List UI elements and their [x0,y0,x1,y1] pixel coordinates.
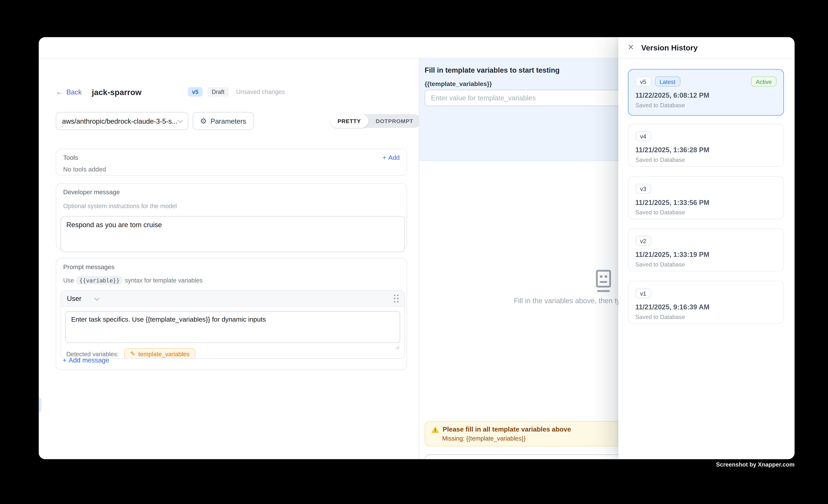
version-status: Saved to Database [635,157,777,163]
version-id-badge: v5 [635,76,651,87]
pencil-icon: ✎ [130,351,135,356]
chevron-down-icon [178,117,183,123]
add-message-label: Add message [69,356,109,364]
template-variable-label: {{template_variables}} [424,80,492,87]
version-timestamp: 11/21/2025, 1:33:19 PM [635,251,777,258]
tools-label: Tools [63,154,78,161]
version-card-v4[interactable]: v4 11/21/2025, 1:36:28 PM Saved to Datab… [628,124,784,167]
unsaved-changes-label: Unsaved changes [236,89,285,95]
parameters-button[interactable]: ⚙ Parameters [193,112,254,130]
chevron-down-icon [94,295,100,301]
message-header: User [61,291,404,307]
add-message-button[interactable]: + Add message [63,356,109,364]
version-card-v5[interactable]: v5 Latest Active 11/22/2025, 6:08:12 PM … [628,69,784,116]
hint-suffix: syntax for template variables [125,277,203,284]
version-timestamp: 11/21/2025, 9:16:39 AM [635,303,777,311]
watermark: Screenshot by Xnapper.com [716,461,794,468]
version-id-badge: v4 [635,131,651,141]
developer-message-label: Developer message [63,188,402,196]
hint-prefix: Use [63,277,74,284]
version-id-badge: v1 [635,288,651,298]
detected-variable-name: template_variables [138,351,190,357]
version-card-v3[interactable]: v3 11/21/2025, 1:33:56 PM Saved to Datab… [628,176,784,219]
stage: ← Back jack-sparrow v5 Draft Unsaved cha… [0,0,828,504]
variable-syntax-chip: {{variable}} [77,276,122,285]
version-status: Saved to Database [635,209,777,215]
active-badge: Active [751,76,777,87]
version-timestamp: 11/21/2025, 1:33:56 PM [635,199,777,206]
toggle-pretty[interactable]: PRETTY [330,114,368,128]
version-history-title: Version History [641,43,698,52]
add-tool-button[interactable]: + Add [382,154,400,161]
prompt-messages-card: Prompt messages Use {{variable}} syntax … [56,258,407,370]
page-title: jack-sparrow [92,87,141,96]
tester-title: Fill in template variables to start test… [424,67,560,74]
add-tool-label: Add [388,154,400,161]
back-label: Back [67,88,82,96]
tools-card: Tools + Add No tools added [56,149,407,176]
draft-badge: Draft [208,87,229,97]
message-textarea[interactable]: Enter task specifics. Use {{template_var… [65,311,400,343]
version-status: Saved to Database [635,102,777,109]
model-select-value: aws/anthropic/bedrock-claude-3-5-s... [62,117,177,125]
drag-handle-icon[interactable] [394,295,399,302]
add-message-row: + Add message [63,356,109,364]
gear-icon: ⚙ [200,117,207,125]
developer-message-hint: Optional system instructions for the mod… [63,203,402,209]
role-label: User [67,295,81,302]
model-select[interactable]: aws/anthropic/bedrock-claude-3-5-s... [56,112,189,130]
detected-variables-label: Detected variables: [67,351,119,357]
back-button[interactable]: ← Back [56,88,82,96]
back-arrow-icon: ← [56,88,63,95]
page-header-row: ← Back jack-sparrow v5 Draft Unsaved cha… [56,87,285,97]
version-card-v1[interactable]: v1 11/21/2025, 9:16:39 AM Saved to Datab… [628,281,784,324]
message-block: User Enter task specifics. Use {{templat… [60,290,405,359]
role-select[interactable]: User [67,295,99,302]
edge-pill-decoration [39,398,41,413]
warning-title: Please fill in all template variables ab… [443,426,571,433]
format-toggle: PRETTY DOTPROMPT [330,114,421,128]
version-id-badge: v2 [635,236,651,246]
version-status: Saved to Database [635,314,777,320]
version-badge: v5 [188,87,203,97]
developer-message-card: Developer message Optional system instru… [56,183,407,250]
tools-empty-text: No tools added [63,166,400,173]
plus-icon: + [63,356,67,364]
toggle-dotprompt[interactable]: DOTPROMPT [368,114,421,128]
version-id-badge: v3 [635,184,651,194]
version-timestamp: 11/21/2025, 1:36:28 PM [635,146,777,154]
app-window: ← Back jack-sparrow v5 Draft Unsaved cha… [39,37,794,459]
version-timestamp: 11/22/2025, 6:08:12 PM [635,91,777,99]
version-history-header: × Version History [618,37,794,58]
warning-triangle-icon [431,426,439,433]
parameters-label: Parameters [211,117,246,125]
model-row: aws/anthropic/bedrock-claude-3-5-s... ⚙ … [56,112,253,130]
close-icon[interactable]: × [628,42,634,52]
version-history-panel: × Version History v5 Latest Active 11/22… [618,37,794,459]
prompt-messages-hint: Use {{variable}} syntax for template var… [63,276,402,285]
detected-variable-chip[interactable]: ✎ template_variables [124,348,195,359]
version-status: Saved to Database [635,261,777,267]
plus-icon: + [382,154,386,161]
empty-state-text: Fill in the variables above, then typ [514,297,624,305]
developer-message-textarea[interactable]: Respond as you are tom cruise [60,216,405,252]
latest-badge: Latest [655,76,680,87]
detected-variables-row: Detected variables: ✎ template_variables [61,347,404,359]
prompt-messages-label: Prompt messages [63,263,402,270]
robot-face-icon [593,270,614,293]
version-card-v2[interactable]: v2 11/21/2025, 1:33:19 PM Saved to Datab… [628,228,784,271]
